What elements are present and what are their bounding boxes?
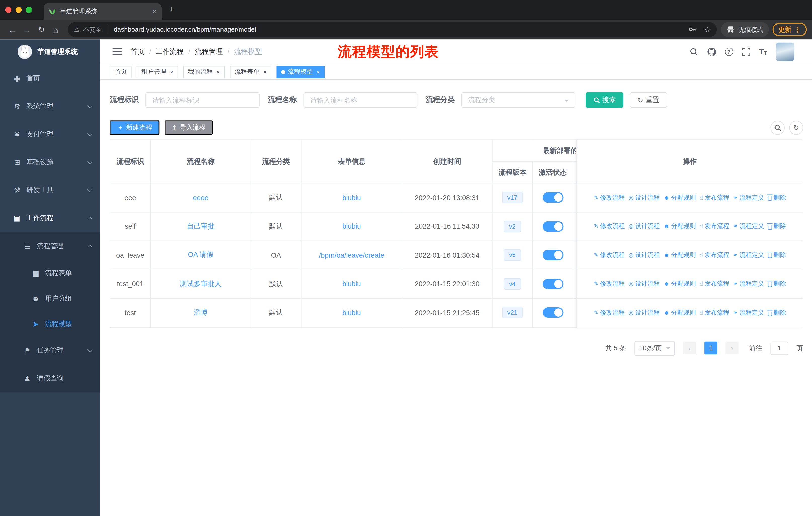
op-edit-link[interactable]: ✎修改流程	[593, 279, 625, 288]
sidebar-item-研发工具[interactable]: ⚒研发工具	[0, 176, 100, 204]
sidebar-item-工作流程[interactable]: ▣工作流程	[0, 204, 100, 232]
op-edit-link[interactable]: ✎修改流程	[593, 251, 625, 260]
sidebar-item-任务管理[interactable]: ⚑任务管理	[0, 336, 100, 364]
sidebar-item-基础设施[interactable]: ⊞基础设施	[0, 148, 100, 176]
home-button[interactable]: ⌂	[49, 25, 63, 34]
op-assign-rule-link[interactable]: ☻分配规则	[664, 222, 696, 231]
op-edit-link[interactable]: ✎修改流程	[593, 309, 625, 318]
process-name-link[interactable]: 滔博	[194, 309, 208, 317]
process-name-link[interactable]: OA 请假	[188, 251, 213, 259]
close-icon[interactable]: ×	[316, 69, 320, 75]
sidebar-item-流程模型[interactable]: ➤流程模型	[0, 311, 100, 336]
op-assign-rule-link[interactable]: ☻分配规则	[664, 251, 696, 260]
fullscreen-icon[interactable]	[742, 47, 750, 56]
close-icon[interactable]: ×	[216, 69, 220, 75]
active-toggle[interactable]	[543, 279, 563, 289]
op-edit-link[interactable]: ✎修改流程	[593, 222, 625, 231]
op-assign-rule-link[interactable]: ☻分配规则	[664, 193, 696, 202]
form-info-link[interactable]: /bpm/oa/leave/create	[319, 251, 384, 259]
close-icon[interactable]: ×	[263, 69, 266, 75]
process-id-input[interactable]	[145, 92, 260, 108]
goto-page-input[interactable]	[771, 342, 788, 355]
breadcrumb-item[interactable]: 首页	[130, 47, 144, 56]
op-delete-link[interactable]: 删除	[768, 193, 786, 202]
sidebar-item-首页[interactable]: ◉首页	[0, 64, 100, 92]
form-info-link[interactable]: biubiu	[342, 280, 361, 288]
breadcrumb-item[interactable]: 流程管理	[195, 47, 223, 56]
next-page-button[interactable]: ›	[725, 342, 738, 354]
op-design-link[interactable]: ◎设计流程	[629, 222, 660, 231]
process-name-link[interactable]: eeee	[193, 194, 208, 201]
search-icon[interactable]	[690, 47, 698, 56]
op-publish-link[interactable]: ☝发布流程	[699, 251, 729, 260]
help-icon[interactable]: ?	[725, 47, 733, 56]
breadcrumb-item[interactable]: 工作流程	[156, 47, 184, 56]
form-info-link[interactable]: biubiu	[342, 194, 361, 201]
current-page-button[interactable]: 1	[704, 342, 717, 354]
user-avatar[interactable]	[776, 42, 794, 61]
op-delete-link[interactable]: 删除	[768, 222, 786, 231]
op-definition-link[interactable]: ⚭流程定义	[733, 251, 764, 260]
sidebar-item-流程管理[interactable]: ☰流程管理	[0, 232, 100, 260]
hamburger-icon[interactable]	[112, 48, 122, 55]
process-name-link[interactable]: 自己审批	[187, 222, 215, 230]
toggle-search-button[interactable]	[771, 120, 785, 135]
form-info-link[interactable]: biubiu	[342, 222, 361, 230]
active-toggle[interactable]	[543, 308, 563, 318]
category-select[interactable]: 流程分类	[461, 92, 575, 108]
op-delete-link[interactable]: 删除	[768, 251, 786, 260]
browser-tab[interactable]: 芋道管理系统 ×	[44, 3, 162, 20]
op-publish-link[interactable]: ☝发布流程	[699, 279, 729, 288]
op-delete-link[interactable]: 删除	[768, 309, 786, 318]
import-process-button[interactable]: ↥ 导入流程	[164, 120, 213, 135]
update-button[interactable]: 更新 ⋮	[773, 23, 807, 36]
op-publish-link[interactable]: ☝发布流程	[699, 193, 729, 202]
sidebar-item-流程表单[interactable]: ▤流程表单	[0, 260, 100, 286]
active-toggle[interactable]	[543, 250, 563, 260]
window-close-button[interactable]	[5, 7, 11, 13]
op-definition-link[interactable]: ⚭流程定义	[733, 279, 764, 288]
window-minimize-button[interactable]	[16, 7, 22, 13]
new-tab-button[interactable]: +	[169, 5, 174, 14]
password-key-icon[interactable]	[689, 25, 697, 34]
op-publish-link[interactable]: ☝发布流程	[699, 309, 729, 318]
address-bar[interactable]: ⚠ 不安全 dashboard.yudao.iocoder.cn/bpm/man…	[68, 22, 717, 37]
process-name-link[interactable]: 测试多审批人	[180, 280, 222, 288]
breadcrumb-item[interactable]: 流程模型	[234, 47, 262, 56]
back-button[interactable]: ←	[5, 25, 20, 34]
search-button[interactable]: 搜索	[586, 92, 624, 108]
op-definition-link[interactable]: ⚭流程定义	[733, 309, 764, 318]
op-design-link[interactable]: ◎设计流程	[629, 309, 660, 318]
op-design-link[interactable]: ◎设计流程	[629, 251, 660, 260]
op-delete-link[interactable]: 删除	[768, 279, 786, 288]
github-icon[interactable]	[707, 47, 716, 56]
create-process-button[interactable]: ＋ 新建流程	[110, 120, 159, 135]
tag-流程表单[interactable]: 流程表单×	[230, 65, 271, 78]
sidebar-item-用户分组[interactable]: ☻用户分组	[0, 286, 100, 311]
tag-首页[interactable]: 首页	[110, 65, 132, 78]
op-publish-link[interactable]: ☝发布流程	[699, 222, 729, 231]
page-size-select[interactable]: 10条/页	[634, 341, 674, 355]
op-assign-rule-link[interactable]: ☻分配规则	[664, 309, 696, 318]
sidebar-item-系统管理[interactable]: ⚙系统管理	[0, 92, 100, 120]
tag-流程模型[interactable]: 流程模型×	[277, 65, 325, 78]
sidebar-item-请假查询[interactable]: ♟请假查询	[0, 364, 100, 392]
op-definition-link[interactable]: ⚭流程定义	[733, 222, 764, 231]
close-icon[interactable]: ×	[170, 69, 173, 75]
tab-close-icon[interactable]: ×	[152, 8, 156, 15]
op-assign-rule-link[interactable]: ☻分配规则	[664, 279, 696, 288]
font-size-icon[interactable]: TT	[759, 47, 767, 56]
op-definition-link[interactable]: ⚭流程定义	[733, 193, 764, 202]
refresh-table-button[interactable]: ↻	[789, 120, 803, 135]
prev-page-button[interactable]: ‹	[683, 342, 696, 354]
active-toggle[interactable]	[543, 192, 563, 203]
sidebar-item-支付管理[interactable]: ¥支付管理	[0, 120, 100, 148]
reload-button[interactable]: ↻	[34, 25, 49, 34]
form-info-link[interactable]: biubiu	[342, 309, 361, 317]
op-design-link[interactable]: ◎设计流程	[629, 279, 660, 288]
window-zoom-button[interactable]	[26, 7, 32, 13]
reset-button[interactable]: ↻ 重置	[630, 92, 667, 108]
tag-我的流程[interactable]: 我的流程×	[183, 65, 225, 78]
tag-租户管理[interactable]: 租户管理×	[137, 65, 178, 78]
op-design-link[interactable]: ◎设计流程	[629, 193, 660, 202]
